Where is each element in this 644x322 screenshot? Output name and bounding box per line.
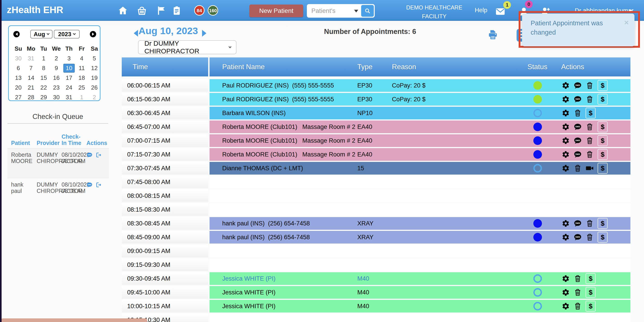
settings-icon[interactable] [562, 123, 570, 131]
delete-icon[interactable] [586, 123, 594, 131]
sms-icon[interactable] [574, 123, 582, 131]
flag-icon[interactable] [156, 5, 166, 16]
month-select[interactable]: Aug [30, 30, 52, 38]
calendar-day[interactable]: 31 [25, 54, 37, 63]
appointment-cell[interactable]: Barbara WILSON (INS) NP10 $ [210, 107, 630, 119]
status-indicator[interactable] [533, 302, 542, 311]
close-icon[interactable]: × [624, 18, 628, 27]
delete-icon[interactable] [586, 137, 594, 145]
time-slot-cell[interactable]: 07:00-07:15 AM [122, 134, 208, 147]
calendar-day[interactable]: 26 [88, 83, 101, 92]
time-slot-cell[interactable]: 08:00-08:15 AM [122, 190, 208, 202]
calendar-day[interactable]: 19 [88, 73, 101, 83]
calendar-day[interactable]: 25 [75, 83, 88, 92]
new-patient-button[interactable]: New Patient [249, 4, 303, 17]
calendar-day[interactable]: 3 [63, 54, 75, 63]
appointment-cell[interactable] [210, 203, 630, 216]
calendar-day[interactable]: 7 [25, 63, 37, 73]
time-slot-cell[interactable]: 08:45-09:00 AM [122, 231, 208, 244]
settings-icon[interactable] [562, 95, 570, 103]
sms-icon[interactable] [86, 182, 92, 188]
patient-name[interactable]: Jessica WHITE (PI) [222, 272, 276, 285]
time-slot-cell[interactable]: 06:45-07:00 AM [122, 120, 208, 133]
calendar-day[interactable]: 14 [25, 73, 37, 83]
home-icon[interactable] [118, 5, 128, 16]
calendar-day[interactable]: 13 [12, 73, 25, 83]
calendar-next-button[interactable] [90, 31, 96, 37]
status-indicator[interactable] [533, 288, 542, 297]
time-slot-cell[interactable]: 09:30-09:45 AM [122, 272, 208, 285]
calendar-day[interactable]: 9 [50, 63, 63, 73]
billing-icon[interactable]: $ [586, 287, 596, 298]
time-slot-cell[interactable]: 10:00-10:15 AM [122, 300, 208, 313]
time-slot-cell[interactable]: 09:45-10:00 AM [122, 286, 208, 299]
patient-name[interactable]: Barbara WILSON (INS) [222, 107, 286, 119]
settings-icon[interactable] [562, 109, 570, 117]
calendar-day[interactable]: 5 [88, 54, 101, 63]
calendar-day[interactable]: 11 [75, 63, 88, 73]
status-indicator[interactable] [533, 81, 542, 90]
calendar-day[interactable]: 22 [37, 83, 50, 92]
billing-icon[interactable]: $ [598, 163, 608, 174]
calendar-day[interactable]: 2 [50, 54, 63, 63]
settings-icon[interactable] [562, 288, 570, 297]
sms-icon[interactable] [574, 137, 582, 145]
time-slot-cell[interactable]: 08:15-08:30 AM [122, 203, 208, 216]
calendar-day[interactable]: 24 [63, 83, 75, 92]
sms-icon[interactable] [574, 81, 582, 89]
search-type-dropdown[interactable] [351, 6, 361, 16]
time-slot-cell[interactable]: 09:15-09:30 AM [122, 259, 208, 271]
user-menu[interactable]: Dr abhinandan kumar [575, 7, 634, 14]
status-indicator[interactable] [533, 150, 542, 159]
delete-icon[interactable] [586, 219, 594, 228]
status-indicator[interactable] [533, 219, 542, 228]
calendar-day[interactable]: 31 [63, 92, 75, 102]
patient-name[interactable]: Jessica WHITE (PI) [222, 300, 276, 313]
calendar-day[interactable]: 4 [75, 54, 88, 63]
calendar-day[interactable]: 29 [37, 92, 50, 102]
patient-name[interactable]: Roberta MOORE (Club101) Massage Room # 2 [222, 120, 355, 133]
settings-icon[interactable] [562, 164, 570, 172]
schedule-date[interactable]: Aug 10, 2023 [138, 25, 198, 36]
time-slot-cell[interactable]: 07:15-07:30 AM [122, 148, 208, 161]
delete-icon[interactable] [574, 302, 582, 310]
billing-icon[interactable]: $ [586, 273, 596, 284]
year-select[interactable]: 2023 [54, 30, 80, 38]
appointment-cell[interactable]: Roberta MOORE (Club101) Massage Room # 2… [210, 120, 630, 133]
patient-name[interactable]: Paul RODRIGUEZ (INS) (555) 555-5555 [222, 79, 334, 92]
delete-icon[interactable] [574, 109, 582, 117]
video-icon[interactable] [586, 164, 594, 172]
settings-icon[interactable] [562, 275, 570, 283]
patient-name[interactable]: Dianne THOMAS (DC + LMT) [222, 162, 303, 175]
delete-icon[interactable] [586, 150, 594, 159]
calendar-day[interactable]: 21 [25, 83, 37, 92]
appointment-cell[interactable]: hank paul (INS) (256) 654-7458 XRAY $ [210, 231, 630, 244]
appointment-cell[interactable]: Dianne THOMAS (DC + LMT) 15 $ [210, 162, 630, 175]
clipboard-icon[interactable] [172, 5, 182, 16]
sms-icon[interactable] [574, 233, 582, 241]
basket-icon[interactable] [137, 5, 147, 16]
appointment-cell[interactable]: Roberta MOORE (Club101) Massage Room # 2… [210, 148, 630, 161]
appointment-cell[interactable] [210, 259, 630, 271]
billing-icon[interactable]: $ [598, 218, 608, 229]
calendar-day[interactable]: 23 [50, 83, 63, 92]
calendar-prev-button[interactable] [13, 31, 20, 37]
appointment-cell[interactable]: Paul RODRIGUEZ (INS) (555) 555-5555 EP30… [210, 93, 630, 106]
calendar-day[interactable]: 6 [12, 63, 25, 73]
patient-name[interactable]: hank paul (INS) (256) 654-7458 [222, 231, 310, 244]
calendar-day[interactable]: 8 [37, 63, 50, 73]
calendar-day[interactable]: 30 [12, 54, 25, 63]
sms-icon[interactable] [574, 219, 582, 228]
status-indicator[interactable] [533, 274, 542, 283]
settings-icon[interactable] [562, 81, 570, 89]
billing-icon[interactable]: $ [598, 94, 608, 105]
status-indicator[interactable] [533, 109, 542, 117]
appointment-cell[interactable] [210, 190, 630, 202]
calendar-day[interactable]: 20 [12, 83, 25, 92]
prev-day-button[interactable] [130, 30, 138, 37]
time-slot-cell[interactable]: 08:30-08:45 AM [122, 217, 208, 230]
settings-icon[interactable] [562, 150, 570, 159]
appointment-cell[interactable] [210, 176, 630, 188]
patient-name[interactable]: Roberta MOORE (Club101) Massage Room # 2 [222, 134, 355, 147]
sms-icon[interactable] [574, 150, 582, 159]
